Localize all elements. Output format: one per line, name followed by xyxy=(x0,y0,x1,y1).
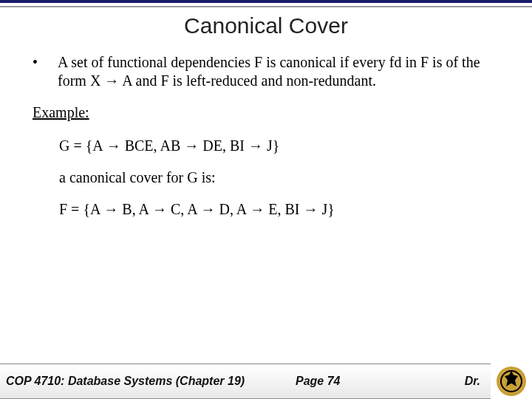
slide-title: Canonical Cover xyxy=(0,13,532,38)
footer-bar: COP 4710: Database Systems (Chapter 19) … xyxy=(0,364,491,399)
footer-page: Page 74 xyxy=(296,375,340,388)
footer-author: Dr. xyxy=(465,375,480,388)
footer-course: COP 4710: Database Systems (Chapter 19) xyxy=(6,375,245,388)
slide: Canonical Cover • A set of functional de… xyxy=(0,0,532,399)
example-f: F = {A → B, A → C, A → D, A → E, BI → J} xyxy=(59,200,502,219)
bullet-mark: • xyxy=(30,53,58,90)
footer: COP 4710: Database Systems (Chapter 19) … xyxy=(0,364,532,399)
example-g: G = {A → BCE, AB → DE, BI → J} xyxy=(59,137,502,155)
example-label: Example: xyxy=(33,103,502,122)
ucf-logo-icon xyxy=(497,366,526,396)
logo-container xyxy=(491,364,532,399)
bullet-item: • A set of functional dependencies F is … xyxy=(30,53,502,90)
example-desc: a canonical cover for G is: xyxy=(59,168,502,187)
top-accent-shadow xyxy=(0,6,532,7)
slide-body: • A set of functional dependencies F is … xyxy=(0,38,532,219)
bullet-text: A set of functional dependencies F is ca… xyxy=(58,53,502,90)
